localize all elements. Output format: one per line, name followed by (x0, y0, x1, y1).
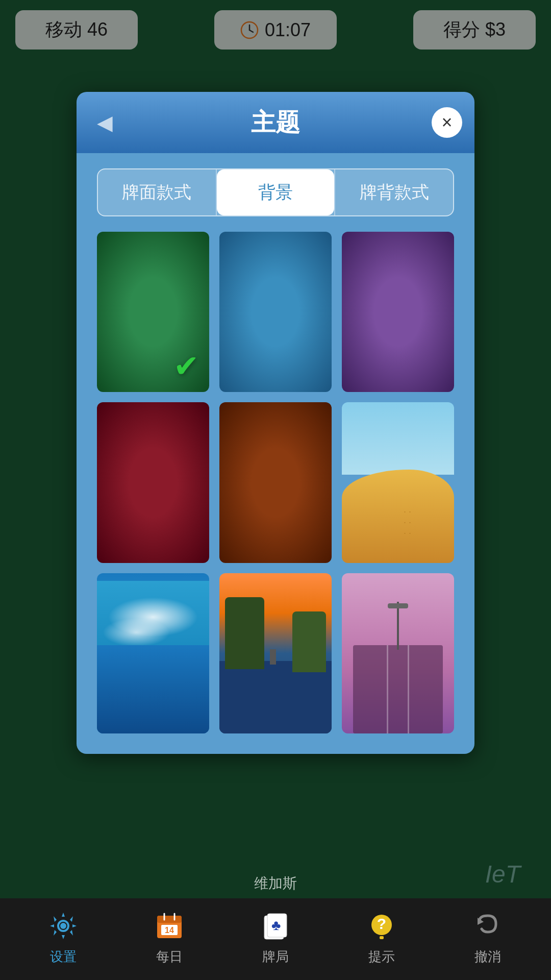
gear-icon (45, 908, 81, 944)
tab-card-back[interactable]: 牌背款式 (335, 169, 453, 215)
desert-sand (342, 470, 454, 562)
svg-text:♣: ♣ (271, 917, 281, 933)
theme-purple-bg (342, 232, 454, 392)
modal-overlay: ◀ 主题 ▶ × 牌面款式 背景 牌背款式 (0, 0, 551, 980)
theme-grid: ✔ (97, 232, 454, 733)
theme-ocean[interactable] (97, 573, 209, 733)
bottom-item-daily[interactable]: 14 每日 (116, 908, 222, 966)
bottom-item-settings[interactable]: 设置 (10, 908, 116, 966)
theme-red[interactable] (97, 402, 209, 562)
svg-point-4 (60, 923, 66, 929)
watermark: IeT (485, 860, 520, 888)
game-label: 牌局 (262, 948, 289, 966)
tab-card-back-label: 牌背款式 (360, 182, 429, 202)
footprints-icon: · ·· ·· · (404, 506, 411, 538)
bottom-item-game[interactable]: ♣ ♣ 牌局 (222, 908, 329, 966)
modal-title: 主题 (113, 106, 438, 139)
theme-green[interactable]: ✔ (97, 232, 209, 392)
theme-brown[interactable] (219, 402, 332, 562)
close-icon: × (441, 113, 452, 132)
hint-label: 提示 (368, 948, 395, 966)
theme-desert[interactable]: · ·· ·· · (342, 402, 454, 562)
modal-body: 牌面款式 背景 牌背款式 ✔ (77, 153, 474, 754)
bottom-item-undo[interactable]: 撤消 (435, 908, 541, 966)
vegas-label: 维加斯 (0, 874, 551, 893)
theme-cliff[interactable] (219, 573, 332, 733)
theme-purple[interactable] (342, 232, 454, 392)
ocean-water (97, 645, 209, 733)
settings-label: 设置 (50, 948, 77, 966)
hint-icon: ? (364, 908, 399, 944)
cloud-2 (103, 618, 170, 647)
undo-icon (470, 908, 506, 944)
theme-pier[interactable] (342, 573, 454, 733)
prev-arrow[interactable]: ◀ (97, 111, 113, 134)
cliff-right (292, 611, 326, 672)
svg-rect-17 (380, 936, 384, 939)
modal-header: ◀ 主题 ▶ × (77, 92, 474, 153)
theme-brown-bg (219, 402, 332, 562)
svg-rect-6 (157, 916, 182, 923)
figure (270, 649, 276, 665)
theme-blue-bg (219, 232, 332, 392)
lamp-post (397, 602, 399, 650)
tab-card-face[interactable]: 牌面款式 (98, 169, 216, 215)
tab-card-face-label: 牌面款式 (122, 182, 191, 202)
svg-text:14: 14 (165, 926, 174, 935)
theme-red-bg (97, 402, 209, 562)
cliff-left (225, 597, 264, 669)
calendar-icon: 14 (152, 908, 187, 944)
tab-background-label: 背景 (258, 182, 293, 202)
cards-icon: ♣ ♣ (258, 908, 293, 944)
theme-modal: ◀ 主题 ▶ × 牌面款式 背景 牌背款式 (77, 92, 474, 754)
selected-checkmark: ✔ (173, 351, 199, 382)
svg-text:?: ? (377, 915, 386, 932)
daily-label: 每日 (156, 948, 183, 966)
pier-rails (387, 645, 409, 733)
lamp-head (388, 603, 408, 608)
tab-bar: 牌面款式 背景 牌背款式 (97, 168, 454, 216)
bottom-bar: 设置 14 每日 ♣ ♣ 牌局 (0, 898, 551, 980)
undo-label: 撤消 (474, 948, 501, 966)
tab-background[interactable]: 背景 (217, 169, 335, 215)
bottom-item-hint[interactable]: ? 提示 (329, 908, 435, 966)
desert-sky (342, 402, 454, 474)
close-button[interactable]: × (432, 107, 462, 138)
theme-blue[interactable] (219, 232, 332, 392)
